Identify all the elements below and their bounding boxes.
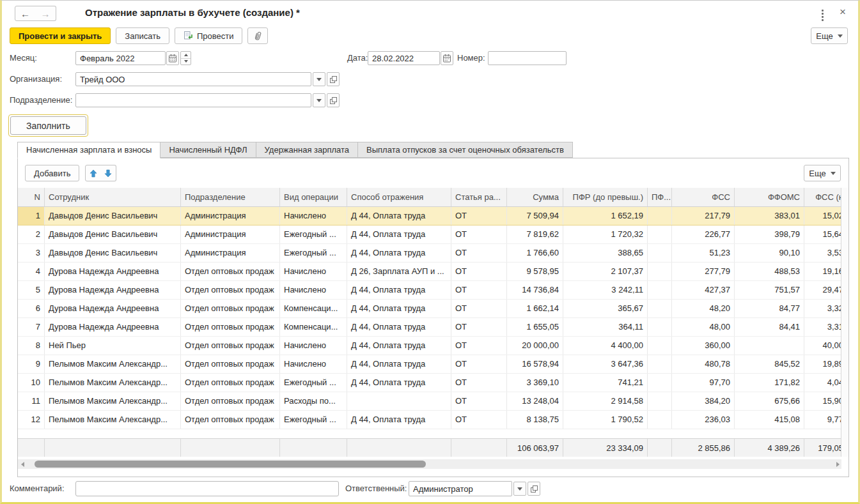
cell-employee[interactable]: Давыдов Денис Васильевич bbox=[45, 225, 181, 243]
department-dropdown-button[interactable] bbox=[313, 93, 325, 107]
h-scrollbar-thumb[interactable] bbox=[35, 461, 426, 468]
cell-pfr-over[interactable] bbox=[648, 392, 672, 410]
table-row-10[interactable]: 10Пелымов Максим Александр...Отдел оптов… bbox=[18, 374, 841, 392]
column-header-reflection-method[interactable]: Способ отражения bbox=[347, 188, 451, 206]
cell-fss-ns[interactable]: 19,89 bbox=[804, 355, 841, 373]
organization-dropdown-button[interactable] bbox=[313, 72, 325, 86]
cell-pfr[interactable]: 388,65 bbox=[563, 244, 648, 262]
cell-pfr-over[interactable] bbox=[648, 374, 672, 392]
cell-pfr[interactable]: 1 652,19 bbox=[563, 207, 648, 225]
cell-n[interactable]: 11 bbox=[18, 392, 45, 410]
cell-fss[interactable]: 217,79 bbox=[672, 207, 735, 225]
responsible-input[interactable] bbox=[409, 481, 512, 496]
cell-expense-item[interactable]: ОТ bbox=[451, 281, 507, 299]
cell-employee[interactable]: Ней Пьер bbox=[45, 337, 181, 355]
table-row-12[interactable]: 12Пелымов Максим Александр...Отдел оптов… bbox=[18, 411, 841, 429]
cell-department[interactable]: Отдел оптовых продаж bbox=[181, 355, 280, 373]
cell-expense-item[interactable]: ОТ bbox=[451, 244, 507, 262]
cell-employee[interactable]: Пелымов Максим Александр... bbox=[45, 392, 181, 410]
cell-fss[interactable]: 360,00 bbox=[672, 337, 735, 355]
back-button[interactable]: ← bbox=[15, 6, 36, 21]
cell-fss-ns[interactable]: 29,47 bbox=[804, 281, 841, 299]
cell-department[interactable]: Отдел оптовых продаж bbox=[181, 392, 280, 410]
cell-department[interactable]: Отдел оптовых продаж bbox=[181, 263, 280, 280]
cell-expense-item[interactable]: ОТ bbox=[451, 318, 507, 336]
post-button[interactable]: Провести bbox=[175, 27, 243, 44]
cell-fss[interactable]: 226,77 bbox=[672, 225, 735, 243]
column-header-n[interactable]: N bbox=[18, 188, 45, 206]
cell-n[interactable]: 1 bbox=[18, 207, 45, 225]
table-row-5[interactable]: 5Дурова Надежда АндреевнаОтдел оптовых п… bbox=[18, 281, 841, 300]
cell-pfr[interactable]: 365,67 bbox=[563, 300, 648, 317]
cell-operation-type[interactable]: Ежегодный ... bbox=[280, 374, 347, 392]
fill-button[interactable]: Заполнить bbox=[10, 116, 86, 135]
cell-reflection-method[interactable]: Д 44, Оплата труда bbox=[347, 374, 451, 392]
cell-expense-item[interactable]: ОТ bbox=[451, 392, 507, 410]
cell-ffoms[interactable] bbox=[735, 337, 804, 355]
cell-fss-ns[interactable]: 3,32 bbox=[804, 300, 841, 317]
department-input[interactable] bbox=[75, 93, 311, 107]
cell-operation-type[interactable]: Ежегодный ... bbox=[280, 225, 347, 243]
cell-department[interactable]: Администрация bbox=[181, 225, 280, 243]
total-amount[interactable]: 106 063,97 bbox=[507, 438, 563, 457]
total-expense-item[interactable] bbox=[451, 438, 507, 457]
cell-operation-type[interactable]: Расходы по... bbox=[280, 392, 347, 410]
cell-pfr-over[interactable] bbox=[648, 225, 672, 243]
cell-fss-ns[interactable]: 15,02 bbox=[804, 207, 841, 225]
column-header-fss-ns[interactable]: ФСС (н bbox=[804, 188, 841, 206]
cell-fss[interactable]: 480,78 bbox=[672, 355, 735, 373]
organization-open-button[interactable] bbox=[327, 72, 340, 86]
window-menu-icon[interactable] bbox=[822, 8, 824, 22]
column-header-expense-item[interactable]: Статья ра... bbox=[451, 188, 507, 206]
move-down-button[interactable] bbox=[100, 165, 116, 181]
cell-employee[interactable]: Давыдов Денис Васильевич bbox=[45, 207, 181, 225]
cell-department[interactable]: Отдел оптовых продаж bbox=[181, 337, 280, 355]
cell-fss-ns[interactable]: 15,90 bbox=[804, 392, 841, 410]
cell-pfr[interactable]: 4 400,00 bbox=[563, 337, 648, 355]
organization-input[interactable] bbox=[75, 72, 311, 86]
cell-fss[interactable]: 427,37 bbox=[672, 281, 735, 299]
cell-fss-ns[interactable]: 4,04 bbox=[804, 374, 841, 392]
column-header-amount[interactable]: Сумма bbox=[507, 188, 563, 206]
cell-reflection-method[interactable]: Д 44, Оплата труда bbox=[347, 355, 451, 373]
cell-fss-ns[interactable]: 9,77 bbox=[804, 411, 841, 429]
cell-employee[interactable]: Дурова Надежда Андреевна bbox=[45, 300, 181, 317]
total-department[interactable] bbox=[181, 438, 280, 457]
cell-reflection-method[interactable] bbox=[347, 392, 451, 410]
cell-fss-ns[interactable]: 3,31 bbox=[804, 318, 841, 336]
cell-operation-type[interactable]: Компенсаци... bbox=[280, 318, 347, 336]
table-row-6[interactable]: 6Дурова Надежда АндреевнаОтдел оптовых п… bbox=[18, 300, 841, 318]
date-input[interactable] bbox=[368, 51, 440, 65]
month-stepper[interactable] bbox=[180, 51, 191, 65]
cell-amount[interactable]: 3 369,10 bbox=[507, 374, 563, 392]
cell-pfr-over[interactable] bbox=[648, 318, 672, 336]
cell-amount[interactable]: 7 509,94 bbox=[507, 207, 563, 225]
total-employee[interactable] bbox=[45, 438, 181, 457]
cell-expense-item[interactable]: ОТ bbox=[451, 337, 507, 355]
department-open-button[interactable] bbox=[327, 93, 340, 107]
cell-operation-type[interactable]: Компенсаци... bbox=[280, 300, 347, 317]
column-header-ffoms[interactable]: ФФОМС bbox=[735, 188, 804, 206]
table-row-8[interactable]: 8Ней ПьерОтдел оптовых продажНачисленоД … bbox=[18, 337, 841, 355]
cell-amount[interactable]: 14 736,84 bbox=[507, 281, 563, 299]
attachments-button[interactable] bbox=[247, 27, 268, 44]
table-row-4[interactable]: 4Дурова Надежда АндреевнаОтдел оптовых п… bbox=[18, 263, 841, 281]
cell-pfr-over[interactable] bbox=[648, 281, 672, 299]
table-row-2[interactable]: 2Давыдов Денис ВасильевичАдминистрацияЕж… bbox=[18, 225, 841, 244]
cell-ffoms[interactable]: 488,53 bbox=[735, 263, 804, 280]
stepper-down-icon[interactable] bbox=[181, 59, 191, 65]
cell-expense-item[interactable]: ОТ bbox=[451, 225, 507, 243]
cell-fss[interactable]: 51,23 bbox=[672, 244, 735, 262]
total-pfr[interactable]: 23 334,09 bbox=[563, 438, 648, 457]
total-operation-type[interactable] bbox=[280, 438, 347, 457]
cell-employee[interactable]: Пелымов Максим Александр... bbox=[45, 374, 181, 392]
move-up-button[interactable] bbox=[85, 165, 101, 181]
column-header-pfr[interactable]: ПФР (до превыш.) bbox=[563, 188, 648, 206]
month-input[interactable] bbox=[75, 51, 166, 65]
post-and-close-button[interactable]: Провести и закрыть bbox=[10, 27, 111, 44]
cell-amount[interactable]: 1 655,05 bbox=[507, 318, 563, 336]
cell-operation-type[interactable]: Начислено bbox=[280, 207, 347, 225]
cell-amount[interactable]: 1 662,14 bbox=[507, 300, 563, 317]
cell-pfr[interactable]: 3 242,11 bbox=[563, 281, 648, 299]
tab-vacation-payment[interactable]: Выплата отпусков за счет оценочных обяза… bbox=[358, 142, 573, 158]
